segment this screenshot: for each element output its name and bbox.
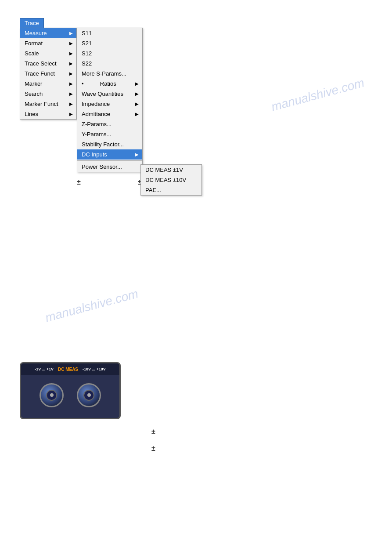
measure-arrow-icon: ▶ [69,31,73,36]
menu-area: Trace Measure ▶ Format ▶ Scale ▶ Trace S… [13,18,379,176]
connector-label-right: -10V ... +10V [83,367,106,371]
submenu-item-stability-factor[interactable]: Stability Factor... [77,139,142,149]
menu-separator [77,160,142,161]
dc-pae-label: PAE... [145,187,161,193]
submenu-item-wave-quantities-label: Wave Quantities [82,91,123,97]
menu-item-marker-label: Marker [25,80,42,87]
connector-port-1 [40,383,64,407]
menu-item-trace-select[interactable]: Trace Select ▶ [20,58,76,69]
pm-symbol-4-area: ± [151,445,379,453]
submenu-dc-item-pae[interactable]: PAE... [141,185,201,195]
menu-item-format[interactable]: Format ▶ [20,38,76,48]
trace-select-arrow-icon: ▶ [69,61,73,66]
menu-item-search[interactable]: Search ▶ [20,89,76,99]
menu-item-scale[interactable]: Scale ▶ [20,48,76,58]
dc-meas-label: DC MEAS [58,367,78,372]
connectors-row [40,383,101,407]
menu-item-measure-label: Measure [25,30,47,36]
marker-arrow-icon: ▶ [69,81,73,86]
pm-symbol-4: ± [151,445,155,452]
submenu-item-ratios-label: Ratios [100,80,116,87]
submenu-item-y-params-label: Y-Params... [82,131,111,138]
impedance-arrow-icon: ▶ [135,102,139,106]
menu-item-marker-funct[interactable]: Marker Funct ▶ [20,99,76,109]
format-arrow-icon: ▶ [69,41,73,46]
submenu-dc-inputs: DC MEAS ±1V DC MEAS ±10V PAE... [140,164,202,196]
connector-section: -1V ... +1V DC MEAS -10V ... +10V [13,362,379,419]
pm-symbol-3-area: ± [151,428,379,436]
pm-symbol-3: ± [151,428,155,435]
submenu-item-power-sensor-label: Power Sensor... [82,163,122,170]
submenu-measure: S11 S21 S12 S22 More S-Params... • Ratio… [77,28,143,172]
submenu-item-ratios[interactable]: • Ratios ▶ [77,79,142,89]
marker-funct-arrow-icon: ▶ [69,102,73,106]
dc-1v-label: DC MEAS ±1V [145,167,183,173]
submenu-item-admittance[interactable]: Admittance ▶ [77,109,142,119]
submenu-item-dc-inputs[interactable]: DC Inputs ▶ [77,149,142,160]
dc-inputs-arrow-icon: ▶ [135,152,139,157]
submenu-item-s11[interactable]: S11 [77,28,142,38]
connector-inner-1 [46,390,57,401]
watermark2: manualshive.com [44,287,140,325]
submenu-item-more-sparams[interactable]: More S-Params... [77,69,142,79]
search-arrow-icon: ▶ [69,91,73,96]
submenu-item-s11-label: S11 [82,30,92,36]
submenu-item-z-params[interactable]: Z-Params... [77,119,142,129]
submenu-item-wave-quantities[interactable]: Wave Quantities ▶ [77,89,142,99]
connector-port-2 [77,383,101,407]
lines-arrow-icon: ▶ [69,112,73,116]
ratios-arrow-icon: ▶ [135,81,139,86]
menu-item-marker[interactable]: Marker ▶ [20,79,76,89]
submenu-item-s21-label: S21 [82,40,92,47]
submenu-item-s12-label: S12 [82,50,92,57]
menu-item-measure[interactable]: Measure ▶ [20,28,76,38]
dc-10v-label: DC MEAS ±10V [145,177,186,183]
submenu-item-stability-factor-label: Stability Factor... [82,141,124,148]
menu-item-scale-label: Scale [25,50,39,57]
ratios-bullet-icon: • [82,80,84,87]
connector-top-bar: -1V ... +1V DC MEAS -10V ... +10V [21,363,119,375]
submenu-dc-item-10v[interactable]: DC MEAS ±10V [141,175,201,185]
submenu-item-s21[interactable]: S21 [77,38,142,48]
menu-item-trace-funct[interactable]: Trace Funct ▶ [20,69,76,79]
submenu-item-admittance-label: Admittance [82,111,110,117]
submenu-item-more-sparams-label: More S-Params... [82,70,126,77]
menu-item-format-label: Format [25,40,43,47]
submenu-item-dc-inputs-label: DC Inputs [82,151,107,158]
submenu-dc-item-1v[interactable]: DC MEAS ±1V [141,165,201,175]
admittance-arrow-icon: ▶ [135,112,139,116]
submenu-item-impedance[interactable]: Impedance ▶ [77,99,142,109]
menu-item-marker-funct-label: Marker Funct [25,101,58,107]
wave-quantities-arrow-icon: ▶ [135,91,139,96]
pm-symbols-row: ± ± [77,178,379,186]
menu-item-search-label: Search [25,91,43,97]
connector-image: -1V ... +1V DC MEAS -10V ... +10V [20,362,121,419]
submenu-item-s22-label: S22 [82,60,92,67]
connector-pin-2 [87,393,91,397]
trace-funct-arrow-icon: ▶ [69,71,73,76]
menu-item-trace-select-label: Trace Select [25,60,57,67]
pm-symbol-1: ± [77,178,81,186]
main-menu: Measure ▶ Format ▶ Scale ▶ Trace Select … [20,28,77,120]
connector-label-left: -1V ... +1V [35,367,54,371]
top-divider [13,9,379,9]
connector-pin-1 [50,393,54,397]
submenu-item-s22[interactable]: S22 [77,58,142,69]
trace-button[interactable]: Trace [20,18,44,28]
menu-item-trace-funct-label: Trace Funct [25,70,55,77]
submenu-item-power-sensor[interactable]: Power Sensor... [77,162,142,172]
menu-item-lines[interactable]: Lines ▶ [20,109,76,119]
submenu-item-s12[interactable]: S12 [77,48,142,58]
connector-inner-2 [83,390,94,401]
submenu-item-y-params[interactable]: Y-Params... [77,129,142,139]
menu-item-lines-label: Lines [25,111,38,117]
submenu-item-z-params-label: Z-Params... [82,121,111,127]
scale-arrow-icon: ▶ [69,51,73,56]
submenu-item-impedance-label: Impedance [82,101,110,107]
